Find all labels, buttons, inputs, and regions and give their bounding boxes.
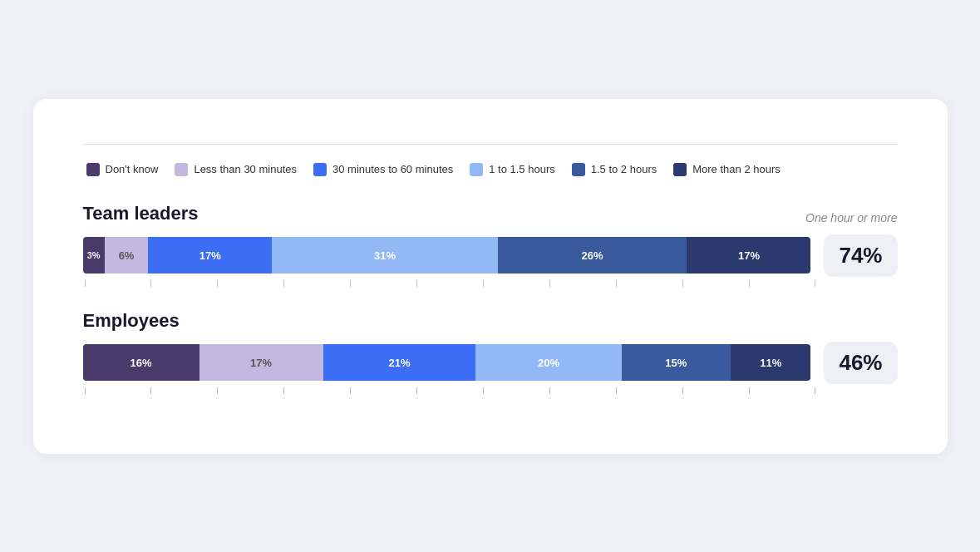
- legend: Don't know Less than 30 minutes 30 minut…: [83, 163, 898, 176]
- tick-mark: [815, 387, 815, 394]
- bar-row-employees: 16%17%21%20%15%11%46%: [83, 342, 898, 384]
- tick-mark: [283, 387, 284, 394]
- summary-badge-employees: 46%: [824, 342, 897, 384]
- tick-mark: [150, 387, 151, 394]
- tick-mark: [549, 280, 550, 287]
- section-title-team_leaders: Team leaders: [83, 203, 199, 224]
- tick-mark: [350, 280, 351, 287]
- tick-container-team_leaders: [83, 280, 818, 287]
- section-title-employees: Employees: [83, 310, 180, 332]
- bar-segment-employees-gt2: 11%: [731, 344, 810, 381]
- section-header-team_leaders: Team leaders One hour or more: [83, 203, 898, 224]
- legend-item-1_5to2: 1.5 to 2 hours: [572, 163, 657, 176]
- tick-mark: [616, 280, 617, 287]
- bar-container-team_leaders: 3%6%17%31%26%17%: [83, 237, 811, 274]
- tick-mark: [483, 387, 484, 394]
- bar-container-employees: 16%17%21%20%15%11%: [83, 344, 811, 381]
- bar-segment-employees-1_5to2: 15%: [622, 344, 731, 381]
- section-team_leaders: Team leaders One hour or more 3%6%17%31%…: [83, 203, 898, 287]
- legend-swatch-1to1_5: [470, 163, 483, 176]
- tick-mark: [217, 280, 218, 287]
- tick-mark: [283, 280, 284, 287]
- tick-mark: [616, 387, 617, 394]
- tick-mark: [85, 280, 86, 287]
- tick-row-employees: [83, 387, 898, 394]
- bar-segment-team_leaders-lt30: 6%: [105, 237, 149, 274]
- bar-segment-team_leaders-1to1_5: 31%: [272, 237, 498, 274]
- legend-item-1to1_5: 1 to 1.5 hours: [470, 163, 555, 176]
- tick-mark: [217, 387, 218, 394]
- bar-segment-employees-dont_know: 16%: [83, 344, 199, 381]
- summary-badge-team_leaders: 74%: [824, 234, 897, 277]
- legend-item-lt30: Less than 30 minutes: [175, 163, 297, 176]
- tick-mark: [85, 387, 86, 394]
- main-card: Don't know Less than 30 minutes 30 minut…: [33, 99, 948, 454]
- legend-label-dont_know: Don't know: [106, 163, 159, 175]
- tick-mark: [416, 387, 417, 394]
- legend-item-30to60: 30 minutes to 60 minutes: [313, 163, 453, 176]
- tick-mark: [549, 387, 550, 394]
- bar-segment-team_leaders-30to60: 17%: [148, 237, 272, 274]
- section-employees: Employees 16%17%21%20%15%11%46%: [83, 310, 898, 394]
- legend-label-gt2: More than 2 hours: [692, 163, 781, 175]
- tick-mark: [749, 280, 750, 287]
- tick-mark: [350, 387, 351, 394]
- tick-mark: [682, 387, 683, 394]
- legend-label-lt30: Less than 30 minutes: [194, 163, 297, 175]
- bar-segment-employees-1to1_5: 20%: [475, 344, 621, 381]
- legend-item-dont_know: Don't know: [86, 163, 159, 176]
- one-hour-label-team_leaders: One hour or more: [805, 211, 898, 224]
- tick-mark: [815, 280, 815, 287]
- bar-segment-team_leaders-dont_know: 3%: [83, 237, 105, 274]
- bar-row-team_leaders: 3%6%17%31%26%17%74%: [83, 234, 898, 277]
- tick-mark: [416, 280, 417, 287]
- tick-container-employees: [83, 387, 818, 394]
- legend-swatch-gt2: [673, 163, 687, 176]
- section-header-employees: Employees: [83, 310, 898, 332]
- legend-label-1to1_5: 1 to 1.5 hours: [489, 163, 555, 175]
- tick-mark: [682, 280, 683, 287]
- bar-segment-team_leaders-1_5to2: 26%: [498, 237, 687, 274]
- legend-swatch-30to60: [313, 163, 327, 176]
- legend-swatch-lt30: [175, 163, 188, 176]
- title-divider: [83, 144, 898, 145]
- bar-segment-team_leaders-gt2: 17%: [687, 237, 810, 274]
- tick-mark: [483, 280, 484, 287]
- tick-row-team_leaders: [83, 280, 898, 287]
- legend-swatch-dont_know: [86, 163, 100, 176]
- legend-swatch-1_5to2: [572, 163, 585, 176]
- bar-segment-employees-lt30: 17%: [199, 344, 323, 381]
- bar-segment-employees-30to60: 21%: [323, 344, 476, 381]
- tick-mark: [749, 387, 750, 394]
- legend-label-1_5to2: 1.5 to 2 hours: [591, 163, 657, 175]
- legend-item-gt2: More than 2 hours: [673, 163, 781, 176]
- tick-mark: [150, 280, 151, 287]
- legend-label-30to60: 30 minutes to 60 minutes: [332, 163, 453, 175]
